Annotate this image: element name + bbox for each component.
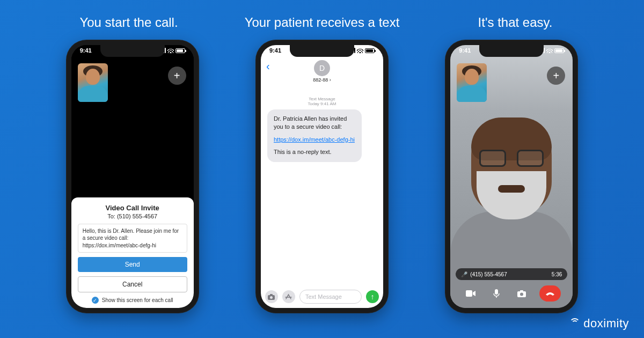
brand-mark-icon: [569, 318, 580, 329]
svg-rect-4: [495, 289, 498, 295]
caption-step1: You start the call.: [32, 15, 225, 30]
wifi-icon: [167, 48, 174, 53]
camera-flip-button[interactable]: [514, 285, 530, 302]
invite-to: To: (510) 555-4567: [78, 213, 187, 219]
svg-rect-6: [520, 290, 523, 292]
contact-avatar: D: [314, 60, 330, 76]
status-time: 9:41: [459, 47, 471, 54]
camera-icon[interactable]: [265, 290, 278, 303]
compose-placeholder: Text Message: [305, 293, 342, 300]
brand-text: doximity: [583, 317, 629, 330]
arrow-up-icon: ↑: [370, 292, 374, 301]
compose-bar: Text Message ↑: [265, 290, 379, 304]
battery-icon: [554, 48, 564, 53]
svg-rect-3: [466, 290, 472, 297]
bubble-link[interactable]: https://dox.im/meet/abc-defg-hi: [274, 136, 355, 143]
message-bubble: Dr. Patricia Allen has invited you to a …: [267, 109, 362, 162]
checkmark-icon: ✓: [92, 297, 99, 304]
brand-logo: doximity: [569, 317, 629, 330]
invite-sheet: Video Call Invite To: (510) 555-4567 Hel…: [71, 197, 194, 308]
message-meta-type: Text Message: [261, 97, 383, 101]
invite-message-text: Hello, this is Dr. Allen. Please join me…: [83, 228, 179, 248]
caption-step2: Your patient receives a text: [225, 15, 419, 30]
send-button[interactable]: Send: [78, 257, 187, 272]
svg-point-2: [270, 296, 273, 299]
end-call-button[interactable]: [539, 285, 561, 302]
call-controls: [450, 285, 573, 302]
cancel-button[interactable]: Cancel: [78, 276, 187, 292]
phone-notch: [100, 45, 165, 57]
cancel-button-label: Cancel: [122, 281, 142, 288]
caller-number: (415) 555-4567: [470, 271, 507, 277]
plus-icon: +: [174, 70, 180, 82]
send-up-button[interactable]: ↑: [366, 290, 379, 303]
send-button-label: Send: [125, 261, 140, 268]
battery-icon: [365, 48, 375, 53]
message-meta-time: Today 9:41 AM: [261, 101, 383, 106]
mute-button[interactable]: [488, 285, 504, 302]
status-time: 9:41: [269, 47, 281, 54]
contact-initial: D: [319, 64, 325, 72]
video-toggle-button[interactable]: [463, 285, 479, 302]
status-time: 9:41: [80, 47, 92, 54]
battery-icon: [175, 48, 185, 53]
svg-rect-1: [270, 294, 273, 296]
show-screen-option[interactable]: ✓ Show this screen for each call: [78, 297, 187, 304]
phone-notch: [479, 45, 544, 57]
self-video-thumbnail[interactable]: [78, 63, 108, 102]
phone-notch: [290, 45, 354, 57]
phone-text-message: 9:41 ‹ D 882-88 › Text Message Today 9:4…: [255, 40, 389, 313]
phone-live-call: 9:41 + 🎤 (415) 555-4567 5:36: [445, 40, 578, 313]
svg-point-7: [520, 292, 523, 296]
bubble-text-2: This is a no-reply text.: [274, 148, 355, 156]
call-info-bar: 🎤 (415) 555-4567 5:36: [456, 268, 567, 280]
show-screen-label: Show this screen for each call: [102, 297, 173, 303]
contact-name: 882-88 ›: [261, 77, 383, 83]
microphone-icon: 🎤: [461, 271, 467, 277]
caption-step3: It's that easy.: [419, 15, 612, 30]
captions-row: You start the call. Your patient receive…: [0, 0, 644, 30]
message-header[interactable]: D 882-88 ›: [261, 58, 383, 83]
add-participant-button[interactable]: +: [168, 67, 186, 85]
wifi-icon: [546, 48, 553, 53]
invite-message-input[interactable]: Hello, this is Dr. Allen. Please join me…: [78, 224, 187, 253]
plus-icon: +: [553, 70, 559, 82]
call-duration: 5:36: [552, 271, 562, 277]
bubble-text-1: Dr. Patricia Allen has invited you to a …: [274, 115, 355, 131]
self-video-thumbnail[interactable]: [457, 63, 487, 102]
appstore-icon[interactable]: [282, 290, 295, 303]
wifi-icon: [357, 48, 363, 53]
phones-row: 9:41 + Video Call Invite To: (510) 555-4…: [0, 30, 644, 313]
compose-input[interactable]: Text Message: [299, 290, 362, 304]
phone-start-call: 9:41 + Video Call Invite To: (510) 555-4…: [66, 40, 199, 313]
invite-title: Video Call Invite: [78, 204, 187, 212]
